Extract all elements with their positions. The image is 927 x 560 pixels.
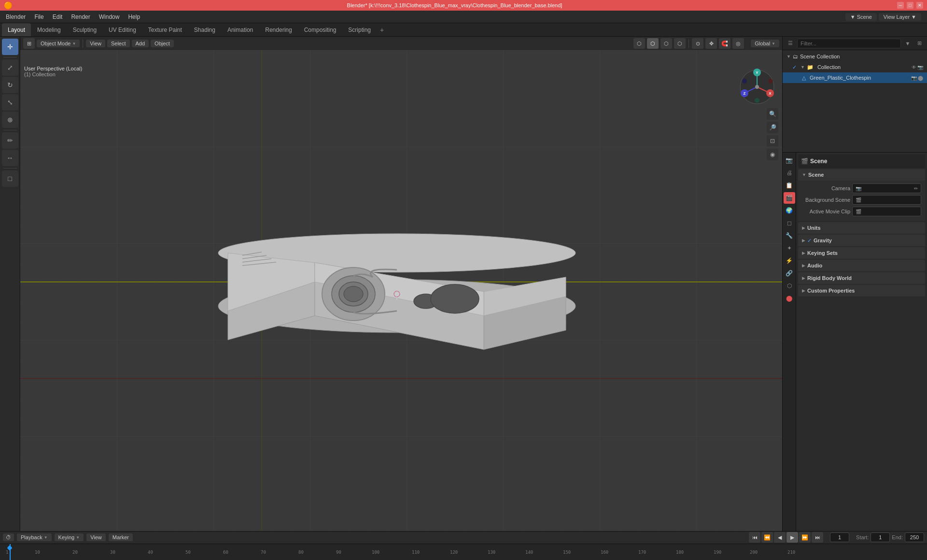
props-output-icon[interactable]: 🖨 — [784, 167, 795, 179]
scale-tool[interactable]: ⤡ — [2, 94, 18, 111]
tab-sculpting[interactable]: Sculpting — [67, 23, 102, 36]
move-tool[interactable]: ⤢ — [2, 59, 18, 76]
tab-rendering[interactable]: Rendering — [259, 23, 297, 36]
select-menu[interactable]: Select — [107, 40, 130, 47]
outliner-collection[interactable]: ✓ ▼ 📁 Collection 👁 📷 — [783, 62, 927, 72]
add-menu[interactable]: Add — [132, 40, 149, 47]
viewport-proportional-btn[interactable]: ◎ — [732, 38, 744, 49]
navigation-gizmo[interactable]: Y X Z — [738, 68, 776, 106]
viewport-gizmo-btn[interactable]: ✥ — [705, 38, 717, 49]
object-mode-selector[interactable]: Object Mode ▼ — [37, 40, 80, 47]
measure-tool[interactable]: ↔ — [2, 150, 18, 166]
outliner-filter-icon[interactable]: ▼ — [903, 39, 913, 48]
menu-file[interactable]: File — [30, 13, 47, 21]
tab-layout[interactable]: Layout — [2, 23, 31, 36]
tab-modeling[interactable]: Modeling — [31, 23, 67, 36]
maximize-button[interactable]: □ — [907, 2, 913, 9]
outliner-search-input[interactable] — [797, 39, 901, 48]
viewport-shading-render[interactable]: ⬡ — [674, 38, 686, 49]
annotate-tool[interactable]: ✏ — [2, 132, 18, 149]
props-particles-icon[interactable]: ✦ — [784, 242, 795, 254]
tab-shading[interactable]: Shading — [188, 23, 221, 36]
viewlayer-selector[interactable]: View Layer ▼ — [879, 13, 921, 21]
cursor-tool[interactable]: ✛ — [2, 39, 18, 55]
props-world-icon[interactable]: 🌍 — [784, 205, 795, 216]
local-view-button[interactable]: ◉ — [767, 149, 778, 160]
play-back-button[interactable]: ◀ — [774, 532, 786, 543]
close-button[interactable]: ✕ — [916, 2, 923, 9]
end-frame-field[interactable]: 250 — [905, 532, 924, 542]
start-frame-field[interactable]: 1 — [871, 532, 890, 542]
minimize-button[interactable]: ─ — [897, 2, 904, 9]
props-section-audio-header[interactable]: ▶ Audio — [798, 260, 925, 271]
keying-menu[interactable]: Keying ▼ — [55, 533, 84, 541]
viewport-snap-btn[interactable]: 🧲 — [719, 38, 730, 49]
engine-selector[interactable]: ▼ Scene — [845, 13, 877, 21]
viewport-shading-wire[interactable]: ⬡ — [633, 38, 645, 49]
menu-window[interactable]: Window — [95, 13, 124, 21]
props-data-icon[interactable]: ⬡ — [784, 280, 795, 292]
object-menu[interactable]: Object — [151, 40, 174, 47]
props-section-scene-header[interactable]: ▼ Scene — [798, 169, 925, 181]
props-section-gravity-header[interactable]: ▶ ✓ Gravity — [798, 235, 925, 246]
bg-scene-field[interactable]: 🎬 — [852, 195, 921, 205]
props-object-icon[interactable]: ◻ — [784, 217, 795, 229]
props-physics-icon[interactable]: ⚡ — [784, 255, 795, 266]
marker-menu[interactable]: Marker — [109, 533, 133, 541]
props-render-icon[interactable]: 📷 — [784, 154, 795, 166]
outliner-clothespin-object[interactable]: △ Green_Plastic_Clothespin 📷 ⬤ — [783, 72, 927, 83]
object-render-vis[interactable]: 📷 — [911, 75, 917, 81]
viewport-shading-solid[interactable]: ⬡ — [647, 38, 659, 49]
frame-all-button[interactable]: ⊡ — [767, 135, 778, 147]
props-constraints-icon[interactable]: 🔗 — [784, 267, 795, 279]
viewport[interactable]: ⊞ Object Mode ▼ View Select Add Object ⬡… — [20, 37, 782, 531]
props-section-custom-props-header[interactable]: ▶ Custom Properties — [798, 285, 925, 296]
timeline-view-menu[interactable]: View — [86, 533, 106, 541]
timeline-ruler[interactable]: 1 10 20 30 40 50 60 70 80 90 100 110 120… — [0, 544, 927, 560]
timeline-icon[interactable]: ⏱ — [3, 533, 14, 541]
tab-uv-editing[interactable]: UV Editing — [103, 23, 142, 36]
collection-visibility[interactable]: 👁 — [912, 65, 916, 70]
tab-animation[interactable]: Animation — [222, 23, 259, 36]
view-menu[interactable]: View — [86, 40, 105, 47]
play-button[interactable]: ▶ — [787, 532, 798, 543]
menu-blender[interactable]: Blender — [2, 13, 29, 21]
jump-end-button[interactable]: ⏭ — [812, 532, 823, 543]
viewport-mode-icon[interactable]: ⊞ — [23, 38, 35, 49]
object-visibility[interactable]: ⬤ — [918, 75, 923, 81]
tab-compositing[interactable]: Compositing — [298, 23, 342, 36]
collection-render[interactable]: 📷 — [917, 65, 923, 70]
current-frame-field[interactable]: 1 — [830, 532, 849, 542]
props-section-keying-header[interactable]: ▶ Keying Sets — [798, 247, 925, 259]
next-keyframe-button[interactable]: ⏩ — [799, 532, 811, 543]
prev-keyframe-button[interactable]: ⏪ — [761, 532, 773, 543]
menu-render[interactable]: Render — [67, 13, 94, 21]
transform-global-selector[interactable]: Global ▼ — [751, 40, 779, 47]
props-material-icon[interactable]: ⬤ — [784, 293, 795, 304]
zoom-out-button[interactable]: 🔎 — [767, 122, 778, 133]
menu-help[interactable]: Help — [124, 13, 144, 21]
zoom-in-button[interactable]: 🔍 — [767, 108, 778, 120]
camera-field[interactable]: 📷 ✏ — [852, 183, 921, 193]
menu-edit[interactable]: Edit — [49, 13, 67, 21]
add-cube-tool[interactable]: □ — [2, 170, 18, 187]
jump-start-button[interactable]: ⏮ — [749, 532, 760, 543]
outliner-menu-icon[interactable]: ☰ — [786, 39, 795, 48]
gravity-checkbox[interactable]: ✓ — [807, 238, 812, 244]
tab-scripting[interactable]: Scripting — [342, 23, 377, 36]
add-workspace-button[interactable]: + — [377, 25, 387, 35]
props-section-rigid-body-header[interactable]: ▶ Rigid Body World — [798, 272, 925, 284]
props-modifier-icon[interactable]: 🔧 — [784, 230, 795, 241]
playback-menu[interactable]: Playback ▼ — [17, 533, 52, 541]
rotate-tool[interactable]: ↻ — [2, 77, 18, 93]
outliner-scene-collection[interactable]: ▼ 🗂 Scene Collection — [783, 51, 927, 62]
active-clip-field[interactable]: 🎬 — [852, 207, 921, 216]
props-section-units-header[interactable]: ▶ Units — [798, 222, 925, 234]
props-scene-icon[interactable]: 🎬 — [784, 192, 795, 204]
viewport-overlay-btn[interactable]: ⊙ — [692, 38, 703, 49]
viewport-shading-material[interactable]: ⬡ — [660, 38, 672, 49]
transform-tool[interactable]: ⊕ — [2, 112, 18, 128]
outliner-display-icon[interactable]: ⊞ — [914, 39, 924, 48]
props-viewlayer-icon[interactable]: 📋 — [784, 180, 795, 191]
tab-texture-paint[interactable]: Texture Paint — [142, 23, 188, 36]
